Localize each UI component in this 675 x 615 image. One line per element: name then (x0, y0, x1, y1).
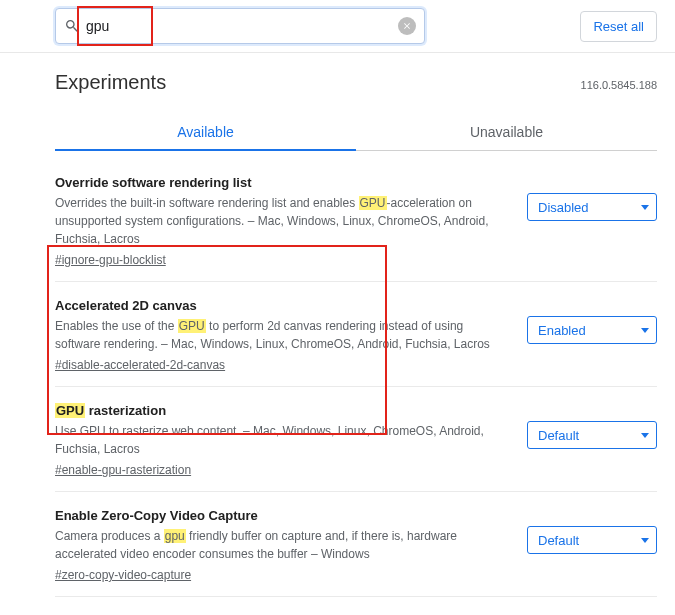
tab-available[interactable]: Available (55, 114, 356, 150)
close-icon (402, 21, 412, 31)
flag-anchor-link[interactable]: #zero-copy-video-capture (55, 568, 191, 582)
flag-row: Override software rendering listOverride… (55, 159, 657, 282)
flag-description: Use GPU to rasterize web content. – Mac,… (55, 422, 507, 458)
flag-title: Enable Zero-Copy Video Capture (55, 508, 507, 523)
search-icon (64, 18, 80, 34)
flag-title: GPU rasterization (55, 403, 507, 418)
clear-search-button[interactable] (398, 17, 416, 35)
flag-row: Accelerated 2D canvasEnables the use of … (55, 282, 657, 387)
flag-title: Accelerated 2D canvas (55, 298, 507, 313)
page-title: Experiments (55, 71, 166, 94)
flag-state-select[interactable]: DefaultEnabledDisabled (527, 421, 657, 449)
flag-state-select[interactable]: DefaultEnabledDisabled (527, 316, 657, 344)
flag-anchor-link[interactable]: #ignore-gpu-blocklist (55, 253, 166, 267)
tab-unavailable[interactable]: Unavailable (356, 114, 657, 150)
flag-title: Override software rendering list (55, 175, 507, 190)
flag-row: Enable Zero-Copy Video CaptureCamera pro… (55, 492, 657, 597)
flag-state-select[interactable]: DefaultEnabledDisabled (527, 193, 657, 221)
search-input[interactable] (86, 18, 416, 34)
flag-row: Zero-copy rasterizerRaster threads write… (55, 597, 657, 615)
version-label: 116.0.5845.188 (581, 79, 657, 91)
flag-description: Camera produces a gpu friendly buffer on… (55, 527, 507, 563)
reset-all-button[interactable]: Reset all (580, 11, 657, 42)
flag-anchor-link[interactable]: #disable-accelerated-2d-canvas (55, 358, 225, 372)
flag-description: Overrides the built-in software renderin… (55, 194, 507, 248)
flag-state-select[interactable]: DefaultEnabledDisabled (527, 526, 657, 554)
flag-anchor-link[interactable]: #enable-gpu-rasterization (55, 463, 191, 477)
flag-description: Enables the use of the GPU to perform 2d… (55, 317, 507, 353)
flag-row: GPU rasterizationUse GPU to rasterize we… (55, 387, 657, 492)
